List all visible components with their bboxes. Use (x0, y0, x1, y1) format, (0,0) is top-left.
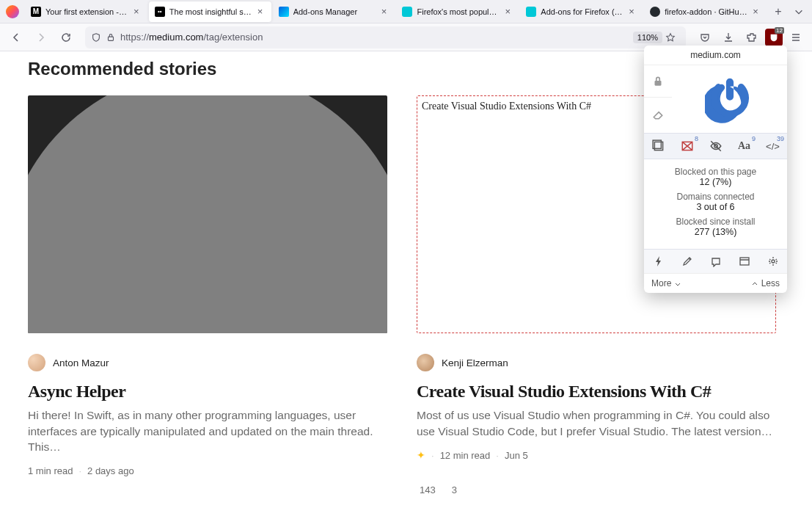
tab-title: Add-ons Manager (293, 7, 376, 16)
scripts-count: 39 (777, 135, 784, 142)
popup-less-toggle[interactable]: Less (751, 278, 780, 288)
tab-amo-popular[interactable]: Firefox's most popular and inno× (396, 1, 519, 22)
popup-cosmetic-button[interactable]: 8 (673, 134, 701, 159)
author-name: Anton Mazur (53, 357, 109, 368)
cosmetic-count: 8 (695, 135, 698, 142)
bookmark-star-icon[interactable] (665, 32, 676, 43)
popup-zap-button[interactable] (644, 134, 673, 159)
story-actions: 143 3 (417, 484, 776, 495)
story-subtitle: Hi there! In Swift, as in many other pro… (28, 407, 387, 455)
author-row[interactable]: Anton Mazur (28, 354, 387, 371)
downloads-button[interactable] (718, 27, 739, 48)
close-icon[interactable]: × (626, 7, 637, 17)
ublock-extension-button[interactable] (765, 29, 783, 46)
all-tabs-button[interactable] (789, 1, 809, 22)
amo-favicon (526, 7, 536, 17)
popup-dashboard-button[interactable] (730, 250, 758, 273)
svg-point-7 (772, 260, 775, 263)
popup-domain: medium.com (644, 46, 787, 65)
tab-title: firefox-addon · GitHub Topics (665, 7, 747, 16)
zoom-indicator[interactable]: 110% (633, 32, 662, 43)
medium-favicon: •• (155, 7, 165, 17)
back-button[interactable] (6, 27, 26, 48)
story-title[interactable]: Create Visual Studio Extensions With C# (417, 382, 776, 402)
tab-title: Add-ons for Firefox (en-US) (541, 7, 623, 16)
clap-count: 143 (420, 484, 436, 495)
popup-scripts-button[interactable]: </>39 (758, 134, 787, 159)
browser-tab-strip: MYour first extension - Mozilla | M× ••T… (0, 0, 812, 23)
popup-footer: More Less (644, 273, 787, 293)
popup-power-button[interactable] (672, 65, 787, 133)
url-bar[interactable]: https://medium.com/tag/extension 110% (85, 26, 686, 48)
publish-date: Jun 5 (505, 450, 528, 461)
author-avatar (417, 354, 434, 371)
author-name: Kenji Elzerman (442, 357, 508, 368)
popup-logger-button[interactable] (701, 250, 730, 273)
popup-more-toggle[interactable]: More (651, 278, 681, 288)
tab-title: Firefox's most popular and inno (417, 7, 500, 16)
amo-favicon (402, 7, 412, 17)
blocked-image-alt: Create Visual Studio Extensions With C# (422, 101, 591, 112)
svg-rect-0 (109, 37, 114, 40)
popup-picker-button[interactable] (673, 250, 701, 273)
tab-title: The most insightful stories abo (169, 7, 252, 16)
close-icon[interactable]: × (502, 7, 513, 17)
author-row[interactable]: Kenji Elzerman (417, 354, 776, 371)
tab-medium[interactable]: ••The most insightful stories abo× (149, 1, 271, 22)
new-tab-button[interactable]: + (768, 1, 789, 22)
story-card: Anton Mazur Async Helper Hi there! In Sw… (28, 95, 387, 500)
member-star-icon: ✦ (417, 449, 425, 461)
tab-github[interactable]: firefox-addon · GitHub Topics× (644, 1, 767, 22)
close-icon[interactable]: × (131, 7, 142, 17)
popup-lock-button[interactable] (644, 65, 672, 98)
shield-icon (91, 32, 101, 43)
clap-button[interactable]: 143 (417, 484, 436, 495)
popup-bottom-row (644, 249, 787, 273)
popup-eraser-button[interactable] (644, 98, 672, 130)
publish-date: 2 days ago (87, 465, 134, 476)
responses-button[interactable]: 3 (449, 484, 457, 495)
read-time: 1 min read (28, 465, 73, 476)
popup-settings-button[interactable] (758, 250, 787, 273)
close-icon[interactable]: × (378, 7, 389, 17)
github-favicon (650, 7, 660, 17)
tab-amo[interactable]: Add-ons for Firefox (en-US)× (520, 1, 643, 22)
stat-label: Blocked since install (648, 217, 783, 227)
popup-stats: Blocked on this page 12 (7%) Domains con… (644, 159, 787, 249)
story-meta: 1 min read· 2 days ago (28, 465, 387, 476)
response-count: 3 (452, 484, 457, 495)
stat-value: 12 (7%) (648, 177, 783, 187)
pocket-button[interactable] (695, 27, 715, 48)
forward-button[interactable] (31, 27, 51, 48)
reload-button[interactable] (56, 27, 76, 48)
extensions-button[interactable] (742, 27, 762, 48)
svg-rect-6 (740, 258, 749, 265)
fonts-count: 9 (752, 135, 756, 142)
svg-rect-1 (655, 80, 662, 85)
story-meta: ✦· 12 min read· Jun 5 (417, 449, 776, 461)
tab-title: Your first extension - Mozilla | M (45, 7, 128, 16)
tab-first-extension[interactable]: MYour first extension - Mozilla | M× (25, 1, 147, 22)
firefox-favicon (279, 7, 289, 17)
popup-zapper-button[interactable] (644, 250, 673, 273)
popup-tools-row: 8 Aa9 </>39 (644, 133, 787, 159)
close-icon[interactable]: × (255, 7, 266, 17)
stat-label: Domains connected (648, 192, 783, 202)
story-title[interactable]: Async Helper (28, 382, 387, 402)
stat-label: Blocked on this page (648, 167, 783, 177)
toolbar-right (695, 27, 806, 48)
story-thumbnail[interactable] (28, 95, 387, 333)
stat-value: 3 out of 6 (648, 202, 783, 212)
close-icon[interactable]: × (750, 7, 761, 17)
url-text: https://medium.com/tag/extension (120, 32, 633, 43)
tab-addons-manager[interactable]: Add-ons Manager× (273, 1, 395, 22)
lock-icon (106, 32, 116, 43)
firefox-logo (6, 5, 19, 18)
popup-media-button[interactable] (701, 134, 730, 159)
story-subtitle: Most of us use Visual Studio when progra… (417, 407, 776, 439)
ublock-popup: medium.com 8 Aa9 </>39 Blocked on this p… (644, 46, 787, 293)
popup-fonts-button[interactable]: Aa9 (730, 134, 758, 159)
mozilla-favicon: M (31, 7, 41, 17)
app-menu-button[interactable] (786, 27, 806, 48)
read-time: 12 min read (440, 450, 491, 461)
